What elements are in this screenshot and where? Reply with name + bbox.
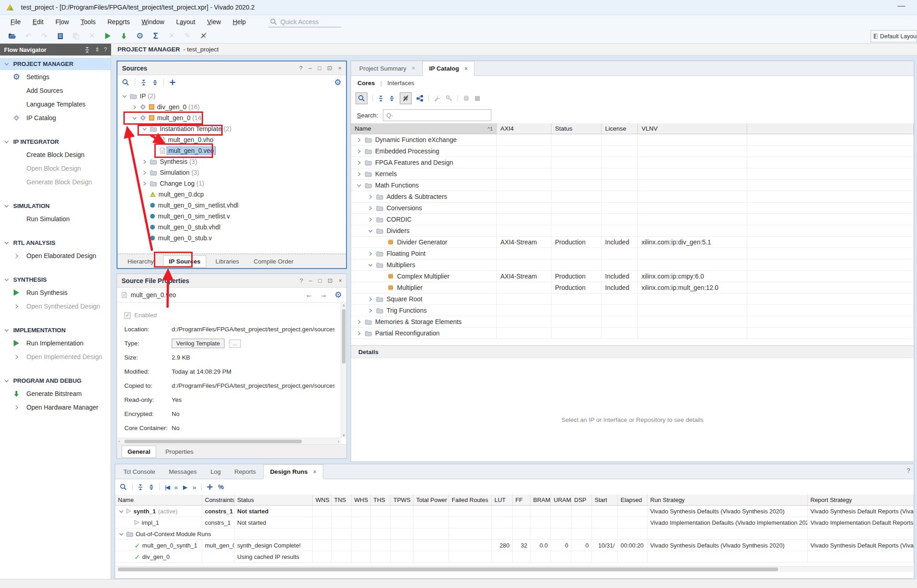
run-row-out-of-context-module-runs[interactable]: Out-of-Context Module Runs xyxy=(115,528,202,540)
runs-column-wns[interactable]: WNS xyxy=(313,495,331,506)
float-icon[interactable]: ⊡ xyxy=(328,277,333,284)
package-icon[interactable] xyxy=(474,96,480,101)
expand-all-icon[interactable] xyxy=(389,96,395,101)
collapse-all-icon[interactable] xyxy=(141,80,147,86)
tree-item-ip[interactable]: IP(2) xyxy=(117,91,346,101)
column-header-status[interactable]: Status xyxy=(551,123,601,134)
flow-section-header[interactable]: IP INTEGRATOR xyxy=(0,136,111,148)
gear-icon[interactable]: ⚙ xyxy=(334,78,341,86)
flow-section-header[interactable]: PROJECT MANAGER xyxy=(0,58,111,70)
run-row-mult-gen-0-synth-1[interactable]: ✓mult_gen_0_synth_1 xyxy=(115,540,202,551)
runs-column-bram[interactable]: BRAM xyxy=(530,495,551,506)
flow-section-header[interactable]: PROGRAM AND DEBUG xyxy=(0,375,111,387)
column-header-vlnv[interactable]: VLNV xyxy=(638,123,747,134)
menu-reports[interactable]: Reports xyxy=(102,16,136,27)
tree-item-mult-gen-0-sim-netlist.v[interactable]: mult_gen_0_sim_netlist.v xyxy=(117,211,346,222)
catalog-item-divider-generator[interactable]: Divider Generator xyxy=(351,237,497,248)
customize-ip-icon[interactable] xyxy=(434,95,441,102)
next-run-icon[interactable]: » xyxy=(193,483,196,491)
tab-tcl-console[interactable]: Tcl Console xyxy=(117,464,162,479)
vertical-scrollbar[interactable]: ∧ ∨ xyxy=(341,303,346,438)
expand-all-icon[interactable] xyxy=(148,484,154,490)
column-header-license[interactable]: License xyxy=(601,123,638,134)
catalog-item-conversions[interactable]: Conversions xyxy=(351,203,497,214)
gear-icon[interactable]: ⚙ xyxy=(335,291,342,299)
sidebar-item-run-synthesis[interactable]: Run Synthesis xyxy=(0,286,111,299)
copy-button[interactable] xyxy=(69,30,83,42)
edit-button[interactable]: ✎ xyxy=(181,30,194,42)
menu-tools[interactable]: Tools xyxy=(75,16,102,27)
menu-edit[interactable]: Edit xyxy=(27,16,50,27)
expand-all-icon[interactable] xyxy=(152,80,158,86)
horizontal-scrollbar[interactable]: ‹ › xyxy=(117,438,341,444)
scroll-right-icon[interactable]: › xyxy=(338,439,339,444)
column-header-axi4[interactable]: AXI4 xyxy=(497,123,551,134)
properties-panel-header[interactable]: Source File Properties ? ‒ □ ⊡ × xyxy=(117,274,346,288)
tree-item-mult-gen-0[interactable]: mult_gen_0(14) xyxy=(117,112,346,123)
sidebar-item-language-templates[interactable]: Language Templates xyxy=(0,97,111,111)
tree-item-mult-gen-0.dcp[interactable]: mult_gen_0.dcp xyxy=(117,189,346,200)
sidebar-item-ip-catalog[interactable]: IP Catalog xyxy=(0,111,111,125)
catalog-item-floating-point[interactable]: Floating Point xyxy=(351,248,497,259)
catalog-item-trig-functions[interactable]: Trig Functions xyxy=(351,305,497,316)
tree-item-mult-gen-0-sim-netlist.vhdl[interactable]: mult_gen_0_sim_netlist.vhdl xyxy=(117,200,346,211)
help-icon[interactable]: ? xyxy=(907,467,910,474)
close-icon[interactable]: × xyxy=(412,65,415,71)
enabled-checkbox[interactable]: ✓ xyxy=(124,312,131,319)
tree-item-div-gen-0[interactable]: div_gen_0(16) xyxy=(117,101,346,112)
runs-column-start[interactable]: Start xyxy=(592,495,618,506)
sidebar-item-open-block-design[interactable]: Open Block Design xyxy=(0,162,111,175)
sidebar-item-generate-bitstream[interactable]: Generate Bitstream xyxy=(0,387,111,400)
runs-column-tns[interactable]: TNS xyxy=(331,495,352,506)
generate-bitstream-button[interactable] xyxy=(117,30,131,42)
redo-button[interactable]: ↷ xyxy=(37,30,51,42)
sources-panel-header[interactable]: Sources ? ‒ □ ⊡ × xyxy=(117,61,346,75)
run-row-impl-1[interactable]: impl_1 xyxy=(115,517,202,528)
sidebar-item-run-simulation[interactable]: Run Simulation xyxy=(0,212,111,226)
close-icon[interactable]: × xyxy=(313,469,316,475)
search-icon[interactable] xyxy=(122,79,129,86)
runs-column-elapsed[interactable]: Elapsed xyxy=(618,495,647,506)
close-icon[interactable]: × xyxy=(338,277,342,284)
help-icon[interactable]: ? xyxy=(300,277,303,284)
search-icon[interactable] xyxy=(120,483,127,491)
tab-properties[interactable]: Properties xyxy=(160,446,199,457)
runs-column-name[interactable]: Name xyxy=(115,495,202,506)
runs-column-tpws[interactable]: TPWS xyxy=(391,495,413,506)
menu-window[interactable]: Window xyxy=(136,16,170,27)
tree-item-simulation[interactable]: Simulation(3) xyxy=(117,167,346,178)
tab-general[interactable]: General xyxy=(122,446,156,458)
tab-hierarchy[interactable]: Hierarchy xyxy=(122,256,159,267)
catalog-item-fpga-features-and-design[interactable]: FPGA Features and Design xyxy=(351,157,497,168)
catalog-item-cordic[interactable]: CORDIC xyxy=(351,214,497,225)
minimize-button[interactable]: — xyxy=(897,1,905,10)
filter-icon[interactable] xyxy=(400,92,412,104)
collapse-all-icon[interactable] xyxy=(378,96,384,101)
column-header-name[interactable]: Name^1 xyxy=(351,123,497,134)
runs-column-run-strategy[interactable]: Run Strategy xyxy=(647,495,808,506)
quick-access-search[interactable]: Quick Access xyxy=(268,16,341,27)
previous-run-icon[interactable]: « xyxy=(174,483,178,491)
subtab-interfaces[interactable]: Interfaces xyxy=(387,80,414,86)
run-icon[interactable]: ▶ xyxy=(183,484,188,491)
run-row-div-gen-0[interactable]: ✓div_gen_0 xyxy=(115,551,202,563)
sidebar-item-settings[interactable]: ⚙Settings xyxy=(0,70,111,84)
runs-column-constraints[interactable]: Constraints xyxy=(202,495,234,506)
catalog-item-math-functions[interactable]: Math Functions xyxy=(351,180,497,191)
scroll-up-icon[interactable]: ∧ xyxy=(341,303,346,308)
collapse-all-icon[interactable] xyxy=(84,47,90,53)
catalog-search-input[interactable]: Q- xyxy=(383,109,491,121)
flow-section-header[interactable]: RTL ANALYSIS xyxy=(0,237,111,249)
catalog-item-adders-subtracters[interactable]: Adders & Subtracters xyxy=(351,191,497,203)
sidebar-item-open-hardware-manager[interactable]: Open Hardware Manager xyxy=(0,400,111,414)
run-row-synth-1[interactable]: synth_1(active) xyxy=(115,506,202,517)
run-button[interactable] xyxy=(101,30,115,42)
runs-column-ff[interactable]: FF xyxy=(513,495,530,506)
menu-layout[interactable]: Layout xyxy=(170,16,201,27)
sidebar-item-run-implementation[interactable]: Run Implementation xyxy=(0,336,111,350)
tab-reports[interactable]: Reports xyxy=(228,464,262,479)
sidebar-item-open-elaborated-design[interactable]: Open Elaborated Design xyxy=(0,249,111,263)
percent-icon[interactable]: % xyxy=(218,483,224,491)
flow-section-header[interactable]: SYNTHESIS xyxy=(0,274,111,286)
catalog-item-multiplier[interactable]: Multiplier xyxy=(351,282,497,294)
